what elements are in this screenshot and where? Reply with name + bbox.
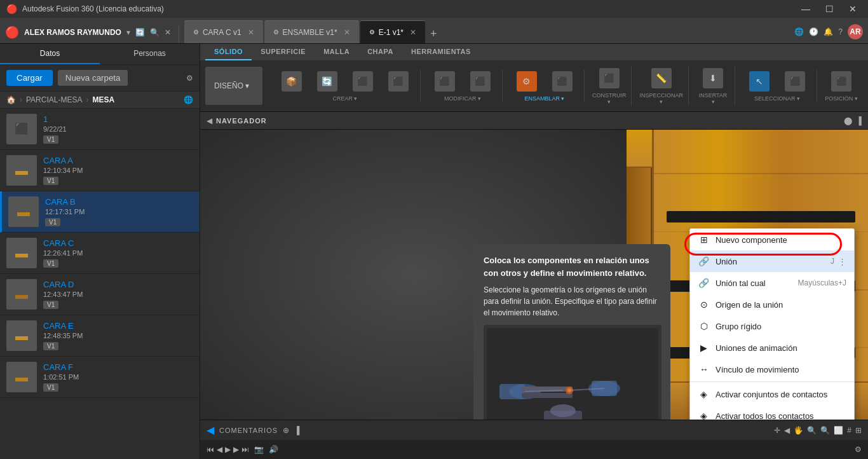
menu-item-activar-conjuntos[interactable]: ◈ Activar conjuntos de contactos <box>690 383 854 405</box>
bell-icon[interactable]: 🔔 <box>824 27 833 36</box>
nueva-carpeta-button[interactable]: Nueva carpeta <box>58 70 128 86</box>
question-icon[interactable]: ? <box>838 27 843 36</box>
crear-label[interactable]: CREAR ▾ <box>332 95 357 102</box>
modificar-tool1[interactable]: ⬛ <box>428 70 461 94</box>
nav-icon-5[interactable]: 🔍 <box>820 426 830 435</box>
user-chevron[interactable]: ▾ <box>126 28 130 37</box>
nav-icon-1[interactable]: ✛ <box>774 426 780 435</box>
construir-tool[interactable]: ⬛ <box>593 67 626 91</box>
seleccionar-tool[interactable]: ↖ <box>743 70 776 94</box>
nav-icon-3[interactable]: 🖐 <box>794 426 803 435</box>
modificar-tool2[interactable]: ⬛ <box>464 70 497 94</box>
tab-cara-c[interactable]: ⚙ CARA C v1 ✕ <box>184 20 263 43</box>
file-date-cara-f: 1:02:51 PM <box>43 373 193 381</box>
menu-item-union-tal-cual[interactable]: 🔗 Unión tal cual Mayúsculas+J <box>690 272 854 294</box>
ensamblar-label[interactable]: ENSAMBLAR ▾ <box>524 95 564 102</box>
viewport[interactable]: Coloca los componentes en relación unos … <box>200 130 868 420</box>
ribbon-tab-superficie[interactable]: SUPERFICIE <box>252 44 315 60</box>
construir-label[interactable]: CONSTRUIR ▾ <box>592 92 627 105</box>
ribbon-tab-solido[interactable]: SÓLIDO <box>205 44 252 60</box>
file-item-cara-b[interactable]: ▬ CARA B 12:17:31 PM V1 <box>0 191 200 233</box>
prev-button[interactable]: ◀ <box>217 445 222 454</box>
crear-revolve[interactable]: 🔄 <box>311 70 344 94</box>
dropdown-menu[interactable]: ⊞ Nuevo componente 🔗 Unión J ⋮ 🔗 Unión t… <box>689 228 855 420</box>
user-avatar[interactable]: AR <box>848 24 863 39</box>
status-gear-icon[interactable]: ⚙ <box>855 445 862 454</box>
ensamblar-tool2[interactable]: ⬛ <box>546 70 579 94</box>
comments-label: COMENTARIOS <box>219 427 278 434</box>
ribbon-tab-malla[interactable]: MALLA <box>315 44 358 60</box>
comments-add-icon[interactable]: ⊕ <box>283 426 289 435</box>
nav-bar-icon[interactable]: ▐ <box>856 116 862 125</box>
maximize-button[interactable]: ☐ <box>820 3 839 15</box>
close-icon-top[interactable]: ✕ <box>165 28 171 37</box>
nav-left-icon[interactable]: ◀ <box>207 424 214 436</box>
skip-end-button[interactable]: ⏭ <box>241 445 249 454</box>
crear-sweep[interactable]: ⬛ <box>346 70 379 94</box>
tab-e1[interactable]: ⚙ E-1 v1* ✕ <box>360 20 425 43</box>
posicion-label[interactable]: POSICIÓN ▾ <box>825 95 858 102</box>
union-dots[interactable]: ⋮ <box>838 257 846 266</box>
new-tab-button[interactable]: + <box>425 25 442 43</box>
file-item-cara-a[interactable]: ▬ CARA A 12:10:34 PM V1 <box>0 150 200 191</box>
file-item-cara-c[interactable]: ▬ CARA C 12:26:41 PM V1 <box>0 233 200 274</box>
comments-expand-icon[interactable]: ▐ <box>294 426 300 435</box>
inspeccionar-tool[interactable]: 📏 <box>645 67 678 91</box>
next-button[interactable]: ▶ <box>233 445 239 454</box>
breadcrumb-home[interactable]: 🏠 <box>6 95 16 104</box>
help-icon[interactable]: 🌐 <box>794 27 804 36</box>
file-item-cara-e[interactable]: ▬ CARA E 12:48:35 PM V1 <box>0 315 200 357</box>
skip-start-button[interactable]: ⏮ <box>207 445 214 454</box>
cargar-button[interactable]: Cargar <box>6 70 53 86</box>
user-name[interactable]: ALEX RAMOS RAYMUNDO <box>24 28 121 37</box>
clock-icon[interactable]: 🕐 <box>809 27 818 36</box>
crear-extrusion[interactable]: 📦 <box>275 70 308 94</box>
tab-ensamble[interactable]: ⚙ ENSAMBLE v1* ✕ <box>264 20 359 43</box>
ribbon-tab-herramientas[interactable]: HERRAMIENTAS <box>402 44 480 60</box>
crear-extra[interactable]: ⬛ <box>382 70 415 94</box>
posicion-tool[interactable]: ⬛ <box>825 70 858 94</box>
nav-icon-4[interactable]: 🔍 <box>807 426 817 435</box>
ribbon-tab-chapa[interactable]: CHAPA <box>358 44 402 60</box>
menu-item-vinculo-movimiento[interactable]: ↔ Vínculo de movimiento <box>690 359 854 380</box>
design-button[interactable]: DISEÑO ▾ <box>205 67 262 105</box>
minimize-button[interactable]: — <box>796 3 815 15</box>
nav-icon-6[interactable]: ⬜ <box>834 426 843 435</box>
panel-tab-datos[interactable]: Datos <box>0 44 100 64</box>
menu-item-activar-todos[interactable]: ◈ Activar todos los contactos <box>690 405 854 420</box>
seleccionar-label[interactable]: SELECCIONAR ▾ <box>754 95 800 102</box>
speaker-icon[interactable]: 🔊 <box>269 445 278 454</box>
file-item-cara-f[interactable]: ▬ CARA F 1:02:51 PM V1 <box>0 357 200 398</box>
tab-e1-close[interactable]: ✕ <box>410 28 416 37</box>
search-icon-top[interactable]: 🔍 <box>150 28 159 37</box>
modificar-label[interactable]: MODIFICAR ▾ <box>444 95 481 102</box>
seleccionar-tool2[interactable]: ⬛ <box>778 70 811 94</box>
tab-ensamble-close[interactable]: ✕ <box>344 28 350 37</box>
nav-dot-icon[interactable]: ⬤ <box>844 116 852 125</box>
close-button[interactable]: ✕ <box>844 3 862 15</box>
menu-item-union[interactable]: 🔗 Unión J ⋮ <box>690 250 854 272</box>
nav-icon-8[interactable]: ⊞ <box>855 426 862 435</box>
file-version-cara-b: V1 <box>45 218 60 226</box>
menu-item-nuevo-componente[interactable]: ⊞ Nuevo componente <box>690 229 854 250</box>
breadcrumb-parcial[interactable]: PARCIAL-MESA <box>26 95 82 104</box>
nav-icon-2[interactable]: ◀ <box>784 426 790 435</box>
nav-icon-7[interactable]: # <box>847 426 851 435</box>
globe-icon[interactable]: 🌐 <box>184 95 193 104</box>
inspeccionar-label[interactable]: INSPECCIONAR ▾ <box>639 92 683 105</box>
nav-collapse-icon[interactable]: ◀ <box>207 116 212 125</box>
insertar-tool[interactable]: ⬇ <box>696 67 729 91</box>
insertar-label[interactable]: INSERTAR ▾ <box>696 92 729 105</box>
play-button[interactable]: ▶ <box>225 445 231 454</box>
menu-item-uniones-animacion[interactable]: ▶ Uniones de animación <box>690 337 854 359</box>
refresh-icon[interactable]: 🔄 <box>135 28 145 37</box>
camera-icon[interactable]: 📷 <box>254 445 264 454</box>
menu-item-grupo-rigido[interactable]: ⬡ Grupo rígido <box>690 315 854 337</box>
settings-gear-icon[interactable]: ⚙ <box>186 74 193 83</box>
ensamblar-tool1[interactable]: ⚙ <box>510 70 543 94</box>
file-item-cara-d[interactable]: ▬ CARA D 12:43:47 PM V1 <box>0 274 200 315</box>
tab-cara-c-close[interactable]: ✕ <box>248 28 254 37</box>
menu-item-origen-union[interactable]: ⊙ Origen de la unión <box>690 294 854 315</box>
file-item-1[interactable]: ⬛ 1 9/22/21 V1 <box>0 109 200 150</box>
panel-tab-personas[interactable]: Personas <box>100 44 200 64</box>
